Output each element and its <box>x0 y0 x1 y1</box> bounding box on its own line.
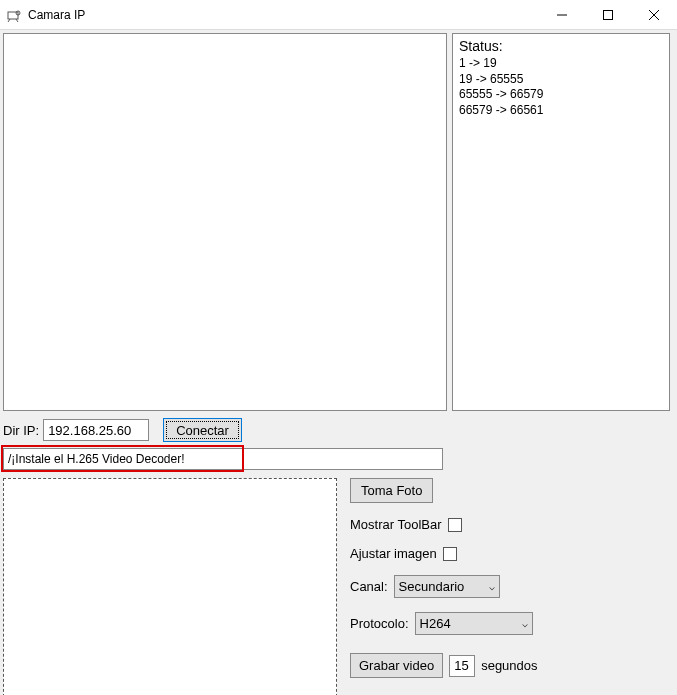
message-input[interactable] <box>3 448 443 470</box>
ip-row: Dir IP: Conectar <box>3 418 242 442</box>
ip-input[interactable] <box>43 419 149 441</box>
message-row <box>3 448 443 470</box>
connect-button[interactable]: Conectar <box>163 418 242 442</box>
window-title: Camara IP <box>28 8 539 22</box>
window-buttons <box>539 0 677 29</box>
client-area: Status: 1 -> 19 19 -> 65555 65555 -> 665… <box>0 30 677 695</box>
minimize-button[interactable] <box>539 0 585 29</box>
maximize-button[interactable] <box>585 0 631 29</box>
mostrar-toolbar-checkbox[interactable] <box>448 518 462 532</box>
canal-select[interactable]: Secundario ⌵ <box>394 575 500 598</box>
canal-value: Secundario <box>399 579 465 594</box>
canal-label: Canal: <box>350 579 388 594</box>
ip-label: Dir IP: <box>3 423 39 438</box>
chevron-down-icon: ⌵ <box>489 581 495 592</box>
toma-foto-button[interactable]: Toma Foto <box>350 478 433 503</box>
status-title: Status: <box>459 38 663 54</box>
snapshot-preview-area <box>3 478 337 695</box>
segundos-label: segundos <box>481 658 537 673</box>
grabar-seconds-input[interactable] <box>449 655 475 677</box>
status-panel: Status: 1 -> 19 19 -> 65555 65555 -> 665… <box>452 33 670 411</box>
app-icon <box>6 7 22 23</box>
video-display-area <box>3 33 447 411</box>
protocolo-value: H264 <box>420 616 451 631</box>
mostrar-toolbar-label: Mostrar ToolBar <box>350 517 442 532</box>
ajustar-imagen-label: Ajustar imagen <box>350 546 437 561</box>
close-button[interactable] <box>631 0 677 29</box>
ajustar-imagen-checkbox[interactable] <box>443 547 457 561</box>
controls-panel: Toma Foto Mostrar ToolBar Ajustar imagen… <box>350 478 670 692</box>
grabar-video-button[interactable]: Grabar video <box>350 653 443 678</box>
svg-rect-5 <box>604 10 613 19</box>
status-log: 1 -> 19 19 -> 65555 65555 -> 66579 66579… <box>459 56 663 118</box>
protocolo-select[interactable]: H264 ⌵ <box>415 612 533 635</box>
protocolo-label: Protocolo: <box>350 616 409 631</box>
chevron-down-icon: ⌵ <box>522 618 528 629</box>
titlebar: Camara IP <box>0 0 677 30</box>
